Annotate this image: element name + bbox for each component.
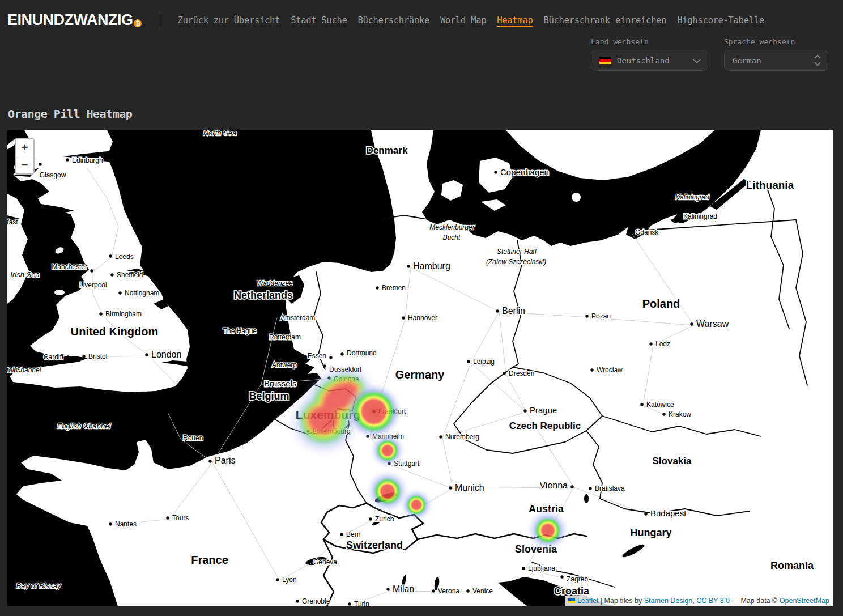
water-label: Waddenzee (257, 279, 293, 287)
city-label: Budapest (650, 508, 687, 518)
city-dot (109, 522, 112, 525)
city-label: Dresden (509, 369, 534, 377)
nav-link-world-map[interactable]: World Map (440, 15, 486, 26)
city-dot (39, 163, 41, 165)
city-dot (503, 372, 505, 375)
nav-link-b-cherschr-nke[interactable]: Bücherschränke (357, 15, 429, 26)
city-dot (118, 291, 121, 294)
city-dot (644, 512, 647, 515)
city-dot (589, 487, 591, 490)
heatmap-map[interactable]: EdinburghGlasgowBelfastLeedsManchesterSh… (7, 130, 833, 606)
nav-link-zur-ck-zur-bersicht[interactable]: Zurück zur Übersicht (177, 15, 280, 26)
city-label: Bratislava (595, 485, 625, 492)
water-label: Irish Sea (10, 270, 39, 279)
city-label: Liverpool (79, 281, 107, 289)
city-label: Turin (354, 600, 369, 606)
city-label: Berlin (502, 306, 525, 316)
city-label: Essen (308, 352, 326, 360)
city-label: Warsaw (696, 319, 729, 329)
city-label: Zagreb (567, 575, 588, 583)
city-dot (208, 460, 211, 462)
city-dot (66, 355, 69, 358)
water-label: English Channel (57, 422, 112, 430)
city-dot (523, 409, 526, 412)
map-attribution: Leaflet | Map tiles by Stamen Design, CC… (565, 596, 833, 606)
map-zoom-control: + − (15, 138, 35, 175)
logo[interactable]: EINUNDZWANZIG ₿ (7, 11, 142, 29)
city-label: Bremen (382, 284, 406, 292)
city-label: Zurich (375, 515, 394, 523)
city-label: Birmingham (105, 310, 142, 318)
city-label: Nuremberg (445, 433, 479, 441)
stamen-link[interactable]: Stamen Design (644, 597, 692, 605)
city-dot (432, 589, 435, 592)
city-dot (439, 435, 442, 438)
city-label: Hannover (408, 314, 437, 322)
city-label: Lodz (655, 340, 670, 348)
country-label: Hungary (630, 527, 671, 538)
nav-link-b-cherschrank-einreichen[interactable]: Bücherschrank einreichen (543, 15, 666, 26)
city-label: Gdansk (635, 228, 659, 236)
country-label: United Kingdom (71, 325, 158, 338)
city-label: Leipzig (473, 358, 495, 366)
city-dot (629, 231, 632, 233)
city-dot (110, 273, 113, 276)
city-label: Vienna (539, 481, 568, 490)
leaflet-link[interactable]: Leaflet (577, 597, 599, 605)
country-label: Czech Republic (509, 420, 581, 431)
city-label: Hamburg (413, 261, 450, 271)
city-dot (82, 355, 85, 358)
city-dot (386, 588, 389, 590)
city-label: Bern (346, 530, 360, 538)
language-select-value: German (733, 56, 761, 65)
logo-text: EINUNDZWANZIG (7, 11, 133, 29)
city-label: Venice (472, 587, 493, 595)
city-dot (274, 316, 277, 318)
city-dot (340, 533, 343, 536)
city-label: Munich (455, 483, 484, 492)
city-label: Pozan (591, 312, 611, 320)
city-label: Bristol (88, 352, 107, 360)
city-dot (496, 309, 499, 312)
city-dot (73, 283, 76, 286)
header: EINUNDZWANZIG ₿ Zurück zur ÜbersichtStad… (7, 11, 832, 29)
land-bornholm (572, 193, 581, 202)
city-dot (296, 600, 299, 602)
city-dot (649, 342, 652, 345)
city-dot (258, 382, 261, 385)
water-label: Kaliningrad (675, 193, 709, 201)
island (54, 290, 65, 295)
nav-link-heatmap[interactable]: Heatmap (497, 15, 533, 26)
nav-link-stadt-suche[interactable]: Stadt Suche (291, 15, 347, 26)
city-dot (66, 158, 69, 161)
city-label: Kaliningrad (683, 213, 717, 220)
city-dot (585, 315, 588, 317)
city-dot (677, 215, 680, 218)
city-dot (522, 567, 525, 570)
nav-link-highscore-tabelle[interactable]: Highscore-Tabelle (677, 15, 764, 26)
heat-point (369, 432, 406, 469)
water-label: Mecklenburger (429, 223, 475, 231)
city-label: Leeds (115, 253, 134, 261)
city-label: Nantes (115, 520, 137, 528)
city-dot (590, 368, 593, 371)
city-label: Cardiff (44, 353, 64, 361)
country-label: Poland (642, 298, 680, 310)
country-select[interactable]: Deutschland (591, 50, 708, 71)
city-dot (329, 356, 332, 359)
main-nav: Zurück zur ÜbersichtStadt SucheBüchersch… (177, 15, 774, 26)
language-control: Sprache wechseln German (724, 37, 828, 71)
openstreetmap-link[interactable]: OpenStreetMap (780, 597, 829, 605)
city-dot (90, 269, 93, 272)
cc-by-link[interactable]: CC BY 3.0 (696, 597, 730, 605)
city-dot (348, 602, 351, 605)
country-label: Denmark (367, 145, 408, 156)
heat-point (525, 508, 570, 553)
city-label: Brussels (264, 379, 297, 388)
language-select[interactable]: German (724, 50, 828, 71)
city-label: Manchester (52, 263, 87, 271)
country-label: Lithuania (746, 179, 794, 191)
zoom-in-button[interactable]: + (16, 139, 33, 156)
zoom-out-button[interactable]: − (16, 156, 33, 173)
water-label: Bay of Biscay (16, 581, 62, 590)
